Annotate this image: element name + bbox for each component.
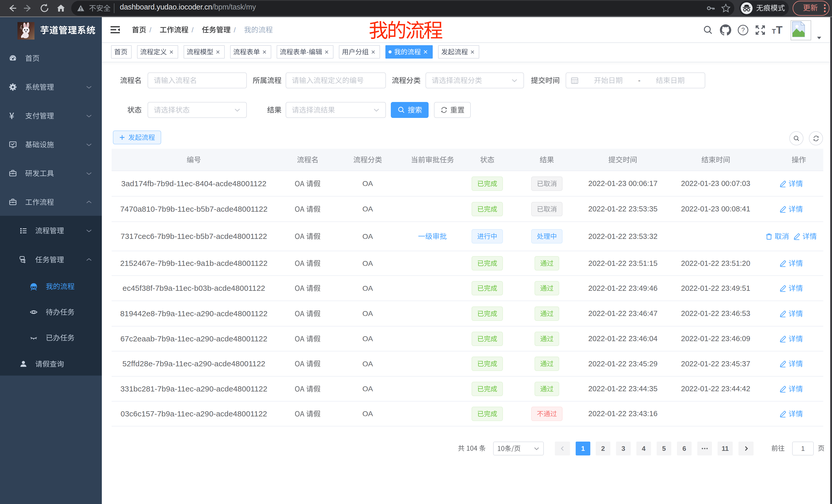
svg-text:?: ? [741,26,745,33]
svg-text:T: T [772,27,776,35]
svg-text:T: T [776,25,783,35]
